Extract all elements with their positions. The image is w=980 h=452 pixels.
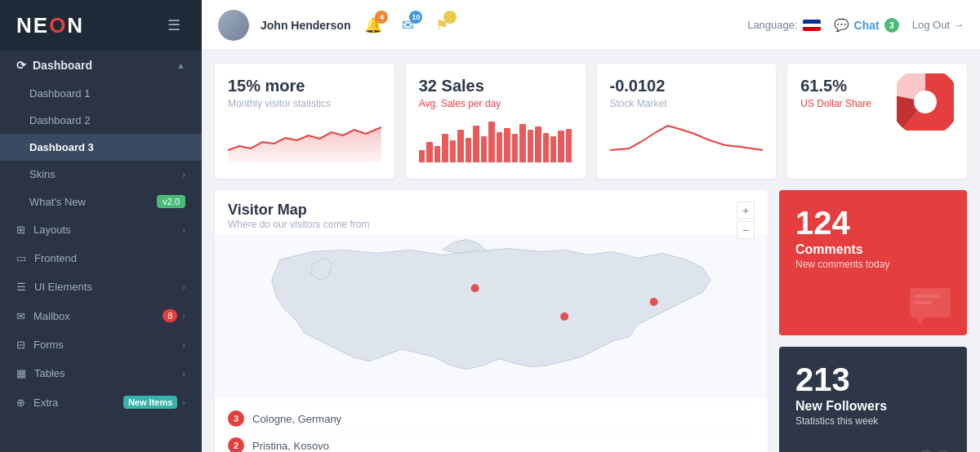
sidebar-item-label: Tables: [34, 367, 65, 379]
comments-label: Comments: [795, 242, 951, 257]
chat-label: Chat: [854, 19, 880, 32]
stat-subtitle: Stock Market: [610, 98, 764, 109]
stat-subtitle: Monthly visitor statistics: [228, 98, 381, 109]
flag-icon: [803, 20, 821, 31]
content-area: 15% more Monthly visitor statistics 32 S…: [202, 51, 980, 452]
extra-icon: ⊕: [16, 397, 25, 409]
dashboard-chevron: ▲: [176, 60, 185, 70]
chevron-icon: ›: [182, 282, 185, 292]
chat-button[interactable]: 💬 Chat 3: [834, 18, 899, 33]
avatar: [218, 10, 249, 41]
side-cards: 124 Comments New comments today 213 New …: [779, 190, 967, 452]
sidebar-item-label: Dashboard 3: [29, 141, 94, 153]
visitor-city: Pristina, Kosovo: [252, 440, 329, 452]
visitor-rank: 3: [228, 410, 244, 427]
comments-card: 124 Comments New comments today: [779, 190, 967, 335]
chat-icon: 💬: [834, 18, 849, 33]
visitor-city: Cologne, Germany: [252, 413, 341, 425]
chevron-icon: ›: [182, 369, 185, 379]
user-name: John Henderson: [261, 19, 350, 32]
main-area: John Henderson 🔔 4 ✉ 10 ⚑ Language: 💬 Ch: [202, 0, 980, 452]
header-left: John Henderson 🔔 4 ✉ 10 ⚑: [218, 10, 453, 41]
bar-chart: [419, 117, 572, 162]
followers-card: 213 New Followers Statistics this week: [779, 347, 967, 452]
map-header: Visitor Map Where do our visitors come f…: [215, 190, 768, 235]
hamburger-button[interactable]: ☰: [163, 13, 185, 38]
stat-card-sales: 32 Sales Avg. Sales per day: [406, 64, 586, 179]
sidebar-item-skins[interactable]: Skins ›: [0, 161, 202, 188]
chevron-icon: ›: [182, 170, 185, 179]
followers-number: 213: [795, 363, 951, 396]
map-zoom-controls: + −: [737, 202, 755, 239]
chevron-icon: ›: [182, 340, 185, 350]
sidebar-item-label: Layouts: [33, 224, 71, 236]
notifications-badge: 4: [375, 11, 388, 24]
sidebar-item-layouts[interactable]: ⊞ Layouts ›: [0, 215, 202, 244]
dashboard-label: Dashboard: [33, 59, 92, 72]
sidebar-item-forms[interactable]: ⊟ Forms ›: [0, 330, 202, 359]
forms-icon: ⊟: [16, 339, 25, 351]
sidebar-item-label: Frontend: [34, 252, 77, 264]
stat-card-stock: -0.0102 Stock Market: [597, 64, 777, 179]
sidebar-item-dashboard3[interactable]: Dashboard 3: [0, 134, 202, 161]
map-card: Visitor Map Where do our visitors come f…: [215, 190, 768, 452]
messages-button[interactable]: ✉ 10: [396, 14, 419, 37]
notifications-button[interactable]: 🔔 4: [362, 14, 385, 37]
stat-card-dollar: 61.5% US Dollar Share: [787, 64, 967, 179]
sidebar-item-extra[interactable]: ⊕ Extra New Items ›: [0, 388, 202, 417]
dashboard-icon: ⟳: [16, 59, 26, 72]
pie-chart: [897, 73, 954, 131]
header: John Henderson 🔔 4 ✉ 10 ⚑ Language: 💬 Ch: [202, 0, 980, 51]
sidebar-item-tables[interactable]: ▦ Tables ›: [0, 359, 202, 388]
whats-new-badge: v2.0: [157, 195, 185, 208]
sidebar-item-ui-elements[interactable]: ☰ UI Elements ›: [0, 273, 202, 301]
map-title: Visitor Map: [228, 202, 755, 219]
stat-value: -0.0102: [610, 77, 764, 95]
tables-icon: ▦: [16, 367, 26, 379]
zoom-out-button[interactable]: −: [737, 221, 755, 239]
logo: NEON: [16, 13, 84, 38]
stats-row: 15% more Monthly visitor statistics 32 S…: [215, 64, 967, 179]
sidebar-item-dashboard2[interactable]: Dashboard 2: [0, 107, 202, 134]
map-container: [215, 235, 768, 398]
chevron-icon: ›: [182, 311, 185, 321]
visitor-item: 2 Pristina, Kosovo: [228, 432, 755, 452]
sidebar-item-dashboard1[interactable]: Dashboard 1: [0, 80, 202, 107]
comments-desc: New comments today: [795, 259, 951, 270]
svg-point-3: [471, 284, 479, 292]
comments-number: 124: [795, 206, 951, 239]
followers-desc: Statistics this week: [795, 415, 951, 427]
svg-point-4: [560, 312, 568, 321]
area-chart: [228, 117, 381, 162]
logout-button[interactable]: Log Out →: [912, 19, 964, 31]
extra-badge: New Items: [123, 396, 177, 409]
chevron-icon: ›: [182, 397, 185, 407]
mailbox-icon: ✉: [16, 310, 25, 322]
frontend-icon: ▭: [16, 252, 26, 264]
chevron-icon: ›: [182, 225, 185, 235]
bottom-row: Visitor Map Where do our visitors come f…: [215, 190, 967, 452]
sidebar-item-label: Extra: [33, 397, 58, 409]
followers-label: New Followers: [795, 399, 951, 414]
tasks-button[interactable]: ⚑: [430, 14, 453, 37]
sidebar-item-whats-new[interactable]: What's New v2.0: [0, 188, 202, 215]
svg-point-5: [650, 298, 658, 306]
stat-value: 32 Sales: [419, 77, 572, 95]
zoom-in-button[interactable]: +: [737, 202, 755, 219]
visitor-rank: 2: [228, 437, 244, 452]
map-svg: [215, 235, 768, 398]
language-label: Language:: [747, 19, 797, 31]
sidebar-item-frontend[interactable]: ▭ Frontend: [0, 244, 202, 273]
sidebar: NEON ☰ ⟳ Dashboard ▲ Dashboard 1 Dashboa…: [0, 0, 202, 452]
sidebar-item-mailbox[interactable]: ✉ Mailbox 8 ›: [0, 301, 202, 330]
language-selector[interactable]: Language:: [747, 19, 820, 31]
followers-icon: [908, 443, 957, 452]
svg-rect-9: [915, 301, 933, 304]
stat-card-visitors: 15% more Monthly visitor statistics: [215, 64, 394, 179]
dashboard-section[interactable]: ⟳ Dashboard ▲: [0, 51, 202, 80]
sidebar-item-label: What's New: [29, 196, 86, 208]
stat-subtitle: Avg. Sales per day: [419, 98, 572, 109]
line-chart: [610, 117, 764, 162]
tasks-badge: [443, 11, 457, 24]
comments-icon: [908, 286, 957, 327]
